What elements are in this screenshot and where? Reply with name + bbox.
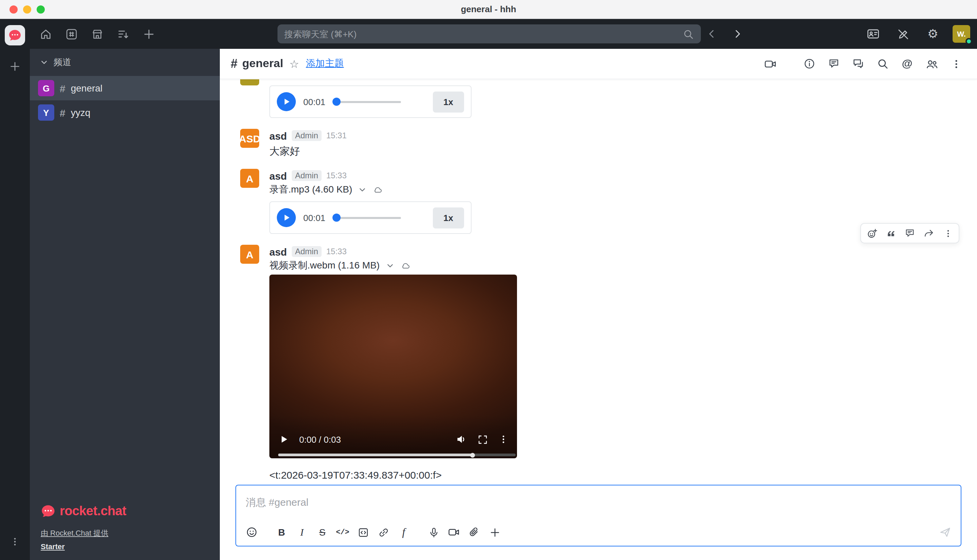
room-title[interactable]: general <box>242 57 283 70</box>
message-search-button[interactable] <box>872 53 893 74</box>
playback-rate-button[interactable]: 1x <box>433 91 464 112</box>
send-message-button[interactable] <box>935 522 955 542</box>
chevron-right-icon <box>731 28 743 40</box>
video-call-button[interactable] <box>760 53 780 74</box>
members-button[interactable] <box>921 53 942 74</box>
slider-thumb[interactable] <box>332 98 340 106</box>
message-username[interactable]: asd <box>269 246 287 257</box>
home-button[interactable] <box>35 24 56 44</box>
video-play-icon[interactable] <box>277 433 290 445</box>
rail-menu-button[interactable] <box>5 532 25 552</box>
audio-play-button[interactable] <box>277 92 296 111</box>
slider-thumb[interactable] <box>332 213 340 222</box>
minimize-button[interactable] <box>23 5 31 13</box>
people-icon <box>925 57 938 70</box>
attachment-filename[interactable]: 录音.mp3 (4.60 KB) <box>269 184 352 196</box>
avatar-spacer <box>240 467 259 485</box>
forward-message-button[interactable] <box>919 224 938 243</box>
powered-by-link[interactable]: 由 Rocket.Chat 提供 <box>41 528 126 538</box>
create-new-button[interactable] <box>139 24 159 44</box>
directory-contacts-button[interactable] <box>863 24 883 44</box>
avatar[interactable]: A <box>240 169 259 188</box>
quote-button[interactable] <box>881 224 900 243</box>
kebab-icon <box>943 228 953 238</box>
emoji-picker-button[interactable] <box>242 522 262 542</box>
volume-icon[interactable] <box>455 433 468 445</box>
code-block-button[interactable] <box>353 522 373 542</box>
attach-file-button[interactable] <box>464 522 484 542</box>
message-composer: B I S </> f <box>235 485 961 547</box>
sidebar-item-general[interactable]: G # general <box>30 76 220 100</box>
attachment-download-button[interactable] <box>372 185 382 195</box>
compose-disabled-button[interactable] <box>893 24 913 44</box>
favorite-star-icon[interactable]: ☆ <box>289 57 299 70</box>
avatar[interactable]: A <box>240 245 259 264</box>
close-button[interactable] <box>10 5 18 13</box>
mentions-button[interactable]: @ <box>897 53 917 74</box>
reply-in-thread-button[interactable] <box>900 224 919 243</box>
italic-button[interactable]: I <box>292 522 312 542</box>
message-list[interactable]: 录音.mp3 (6.95 KB) 00:01 1x <box>220 79 977 485</box>
bold-button[interactable]: B <box>271 522 292 542</box>
smiley-icon <box>246 526 258 538</box>
more-actions-button[interactable] <box>938 224 957 243</box>
room-info-button[interactable] <box>799 53 820 74</box>
marketplace-button[interactable] <box>87 24 107 44</box>
inline-code-button[interactable]: </> <box>332 522 353 542</box>
avatar[interactable]: asd <box>240 129 259 148</box>
room-search[interactable] <box>277 24 701 43</box>
history-forward-button[interactable] <box>727 24 748 44</box>
katex-button[interactable]: f <box>394 522 414 542</box>
avatar-initials: W. <box>957 30 966 38</box>
attachment-collapse-button[interactable] <box>385 261 394 270</box>
discussions-button[interactable] <box>848 53 868 74</box>
search-input[interactable] <box>284 29 683 39</box>
threads-button[interactable] <box>824 53 844 74</box>
audio-seek-slider[interactable] <box>333 101 401 103</box>
zoom-button[interactable] <box>37 5 45 13</box>
channel-avatar-initial: Y <box>43 107 49 118</box>
audio-play-button[interactable] <box>277 208 296 227</box>
composer-plus-button[interactable] <box>484 522 505 542</box>
add-server-button[interactable] <box>5 56 25 77</box>
display-sort-button[interactable] <box>113 24 133 44</box>
video-seek-bar[interactable] <box>278 453 516 456</box>
audio-seek-slider[interactable] <box>333 217 401 218</box>
add-reaction-button[interactable] <box>862 224 881 243</box>
video-record-button[interactable] <box>444 522 464 542</box>
fullscreen-icon[interactable] <box>477 433 489 445</box>
room-kebab-button[interactable] <box>946 53 966 74</box>
user-menu-avatar[interactable]: W. <box>953 25 970 43</box>
sidebar-item-yyzq[interactable]: Y # yyzq <box>30 100 220 125</box>
channels-directory-button[interactable] <box>61 24 82 44</box>
window-title: general - hhh <box>461 4 516 14</box>
message-username[interactable]: asd <box>269 170 287 182</box>
channels-section-header[interactable]: 频道 <box>30 49 220 76</box>
history-back-button[interactable] <box>701 24 722 44</box>
link-button[interactable] <box>373 522 394 542</box>
channel-avatar-initial: G <box>43 83 50 93</box>
server-rocketchat-button[interactable] <box>5 25 25 45</box>
attachment-filename[interactable]: 录音.mp3 (6.95 KB) <box>269 79 352 80</box>
audio-duration: 00:01 <box>303 97 325 107</box>
message-actions-toolbar <box>860 223 959 243</box>
attachment-collapse-button[interactable] <box>357 185 367 195</box>
add-topic-link[interactable]: 添加主题 <box>306 58 344 70</box>
message-username[interactable]: asd <box>269 130 287 142</box>
send-plane-icon <box>939 526 951 538</box>
admin-settings-button[interactable]: ⚙ <box>923 24 943 44</box>
video-time-display: 0:00 / 0:03 <box>299 434 341 444</box>
channel-name: general <box>71 83 102 93</box>
titlebar: general - hhh <box>0 0 977 19</box>
message-input[interactable] <box>236 485 961 518</box>
strikethrough-button[interactable]: S <box>312 522 332 542</box>
search-icon <box>877 58 889 70</box>
attachment-filename[interactable]: 视频录制.webm (1.16 MB) <box>269 260 380 272</box>
plan-link[interactable]: Starter <box>41 542 126 550</box>
attachment-download-button[interactable] <box>400 261 410 271</box>
audio-record-button[interactable] <box>423 522 444 542</box>
video-player[interactable]: 0:00 / 0:03 <box>269 275 517 458</box>
video-playhead[interactable] <box>470 453 475 457</box>
video-kebab-icon[interactable] <box>498 434 509 445</box>
playback-rate-button[interactable]: 1x <box>433 207 464 228</box>
